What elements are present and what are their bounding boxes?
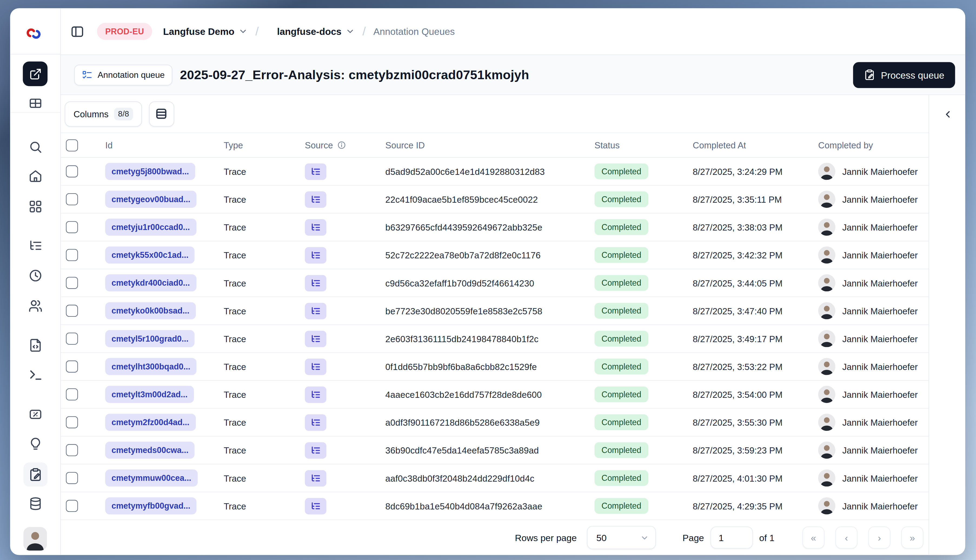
- breadcrumb-org[interactable]: Langfuse Demo: [163, 26, 248, 37]
- table-row[interactable]: cmetyk55x00c1ad... Trace 52c72c2222ea78e…: [61, 242, 928, 269]
- users-icon[interactable]: [28, 298, 42, 313]
- table-view-icon[interactable]: [28, 96, 42, 110]
- source-link-chip[interactable]: [305, 330, 327, 347]
- panel-collapse-button[interactable]: [939, 106, 956, 122]
- row-checkbox[interactable]: [66, 193, 78, 205]
- source-link-chip[interactable]: [305, 302, 327, 319]
- prompts-file-code-icon[interactable]: [28, 338, 42, 352]
- evaluation-percent-icon[interactable]: [28, 407, 42, 422]
- source-link-chip[interactable]: [305, 442, 327, 458]
- table-row[interactable]: cmetyl5r100grad0... Trace 2e603f31361115…: [61, 325, 928, 353]
- table-row[interactable]: cmetymmuw00cea... Trace aaf0c38db0f3f204…: [61, 464, 928, 492]
- item-id-pill[interactable]: cmetyju1r00ccad0...: [105, 218, 196, 236]
- row-height-button[interactable]: [149, 101, 174, 127]
- row-checkbox[interactable]: [66, 221, 78, 233]
- column-header-id[interactable]: Id: [105, 140, 224, 150]
- sessions-clock-icon[interactable]: [28, 268, 42, 283]
- item-id-pill[interactable]: cmetylht300bqad0...: [105, 358, 197, 375]
- item-id-pill[interactable]: cmetymyfb00gvad...: [105, 497, 197, 514]
- row-checkbox[interactable]: [66, 360, 78, 373]
- table-row[interactable]: cmetyg5j800bwad... Trace d5ad9d52a00c6e1…: [61, 158, 928, 186]
- rows-per-page-select[interactable]: 50: [587, 526, 656, 550]
- item-id-pill[interactable]: cmetyko0k00bsad...: [105, 302, 196, 319]
- column-header-status[interactable]: Status: [594, 140, 692, 150]
- annotation-queues-active-item[interactable]: [23, 462, 48, 487]
- last-page-button[interactable]: »: [901, 527, 923, 548]
- search-icon[interactable]: [28, 140, 42, 154]
- next-page-button[interactable]: ›: [868, 527, 891, 548]
- page-number-input[interactable]: [710, 527, 753, 548]
- home-icon[interactable]: [28, 168, 42, 183]
- tracing-list-tree-icon[interactable]: [28, 238, 42, 253]
- list-tree-icon: [310, 362, 321, 372]
- completed-at: 8/27/2025, 3:38:03 PM: [692, 222, 818, 232]
- breadcrumb-project[interactable]: langfuse-docs: [277, 26, 355, 37]
- source-link-chip[interactable]: [305, 191, 327, 208]
- annotation-queue-badge[interactable]: Annotation queue: [74, 64, 172, 85]
- clipboard-pen-icon: [28, 468, 42, 482]
- open-in-new-button[interactable]: [23, 62, 47, 86]
- item-id-pill[interactable]: cmetykdr400ciad0...: [105, 274, 196, 292]
- breadcrumb-section[interactable]: Annotation Queues: [374, 26, 455, 37]
- first-page-button[interactable]: «: [802, 527, 824, 548]
- column-header-source-id[interactable]: Source ID: [385, 140, 594, 150]
- column-header-completed-at[interactable]: Completed At: [692, 140, 818, 150]
- row-checkbox[interactable]: [66, 277, 78, 289]
- row-checkbox[interactable]: [66, 165, 78, 178]
- table-row[interactable]: cmetyko0k00bsad... Trace be7723e30d80205…: [61, 297, 928, 325]
- source-link-chip[interactable]: [305, 219, 327, 235]
- source-link-chip[interactable]: [305, 498, 327, 514]
- row-checkbox[interactable]: [66, 500, 78, 512]
- item-id-pill[interactable]: cmetym2fz00d4ad...: [105, 414, 196, 431]
- table-row[interactable]: cmetylht300bqad0... Trace 0f1dd65b7bb9bf…: [61, 353, 928, 381]
- sidebar-toggle-button[interactable]: [66, 20, 89, 43]
- completed-by-avatar: [818, 414, 835, 431]
- row-checkbox[interactable]: [66, 305, 78, 317]
- column-header-type[interactable]: Type: [224, 140, 305, 150]
- row-checkbox[interactable]: [66, 444, 78, 456]
- source-link-chip[interactable]: [305, 358, 327, 375]
- item-type: Trace: [224, 222, 305, 232]
- column-header-completed-by[interactable]: Completed by: [818, 140, 928, 150]
- item-id-pill[interactable]: cmetylt3m00d2ad...: [105, 386, 194, 403]
- source-link-chip[interactable]: [305, 275, 327, 291]
- column-header-source[interactable]: Source: [305, 140, 385, 150]
- source-link-chip[interactable]: [305, 163, 327, 180]
- item-id-pill[interactable]: cmetymmuw00cea...: [105, 470, 198, 487]
- environment-badge[interactable]: PROD-EU: [97, 23, 152, 40]
- source-link-chip[interactable]: [305, 386, 327, 403]
- playground-terminal-icon[interactable]: [28, 368, 42, 382]
- source-link-chip[interactable]: [305, 470, 327, 486]
- table-row[interactable]: cmetykdr400ciad0... Trace c9d56ca32efaff…: [61, 269, 928, 297]
- datasets-database-icon[interactable]: [28, 496, 42, 511]
- previous-page-button[interactable]: ‹: [836, 527, 858, 548]
- source-id: 2e603f31361115db24198478840b1f2c: [385, 333, 594, 344]
- completed-by-name: Jannik Maierhoefer: [842, 194, 918, 204]
- item-id-pill[interactable]: cmetymeds00cwa...: [105, 442, 195, 458]
- select-all-checkbox[interactable]: [66, 139, 78, 152]
- item-id-pill[interactable]: cmetygeov00buad...: [105, 191, 197, 208]
- row-checkbox[interactable]: [66, 388, 78, 400]
- table-row[interactable]: cmetygeov00buad... Trace 22c41f09acae5b1…: [61, 186, 928, 213]
- item-id-pill[interactable]: cmetyl5r100grad0...: [105, 330, 195, 347]
- item-id-pill[interactable]: cmetyg5j800bwad...: [105, 163, 195, 180]
- row-checkbox[interactable]: [66, 416, 78, 428]
- completed-at: 8/27/2025, 3:55:30 PM: [692, 417, 818, 428]
- table-row[interactable]: cmetyju1r00ccad0... Trace b63297665cfd44…: [61, 213, 928, 242]
- row-checkbox[interactable]: [66, 333, 78, 345]
- table-row[interactable]: cmetymeds00cwa... Trace 36b90cdfc47e5da1…: [61, 437, 928, 464]
- table-row[interactable]: cmetylt3m00d2ad... Trace 4aaece1603cb2e1…: [61, 381, 928, 408]
- columns-button[interactable]: Columns 8/8: [65, 101, 142, 127]
- row-checkbox[interactable]: [66, 472, 78, 484]
- table-row[interactable]: cmetymyfb00gvad... Trace 8dc69b1ba1e540b…: [61, 492, 928, 520]
- row-checkbox[interactable]: [66, 249, 78, 261]
- dashboard-icon[interactable]: [28, 199, 42, 213]
- source-link-chip[interactable]: [305, 414, 327, 430]
- source-link-chip[interactable]: [305, 247, 327, 263]
- item-id-pill[interactable]: cmetyk55x00c1ad...: [105, 247, 195, 263]
- process-queue-button[interactable]: Process queue: [853, 62, 955, 88]
- user-avatar[interactable]: [23, 527, 47, 550]
- table-row[interactable]: cmetym2fz00d4ad... Trace a0df3f901167218…: [61, 408, 928, 437]
- lightbulb-icon[interactable]: [28, 437, 42, 451]
- rail-divider: [10, 112, 60, 113]
